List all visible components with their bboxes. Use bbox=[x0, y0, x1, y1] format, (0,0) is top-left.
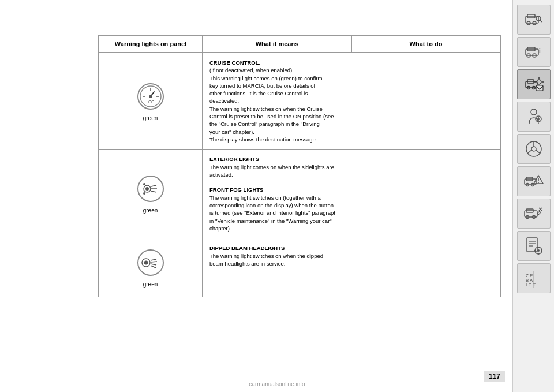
svg-rect-66 bbox=[527, 238, 537, 252]
sidebar-btn-steering[interactable] bbox=[517, 134, 551, 164]
table-header: Warning lights on panel What it means Wh… bbox=[99, 35, 500, 53]
svg-line-52 bbox=[536, 150, 540, 154]
icon-label-3: green bbox=[143, 281, 158, 288]
svg-point-59 bbox=[538, 182, 539, 183]
row1-col2-bold: CRUISE CONTROL. bbox=[209, 59, 260, 66]
svg-point-18 bbox=[144, 261, 148, 265]
icon-cell-1: CC green bbox=[99, 53, 203, 149]
header-col1: Warning lights on panel bbox=[99, 35, 203, 53]
svg-point-14 bbox=[143, 183, 145, 185]
svg-line-11 bbox=[151, 185, 156, 186]
svg-text:I C T: I C T bbox=[526, 282, 536, 288]
row2-fog-text: The warning light switches on (together … bbox=[209, 195, 337, 232]
row3-col2: DIPPED BEAM HEADLIGHTS The warning light… bbox=[203, 238, 351, 297]
sidebar-btn-car-warning[interactable] bbox=[517, 166, 551, 196]
sidebar-btn-alphabet[interactable]: Z E B A I C T bbox=[517, 263, 551, 293]
svg-line-22 bbox=[151, 266, 156, 268]
sidebar-btn-car-info[interactable]: i bbox=[517, 37, 551, 67]
svg-point-71 bbox=[537, 249, 540, 252]
car-info-icon: i bbox=[523, 42, 544, 62]
icon-cell-2: green bbox=[99, 150, 203, 238]
svg-text:CC: CC bbox=[148, 100, 154, 104]
svg-point-44 bbox=[531, 109, 537, 115]
row1-col2-text: (If not deactivated, when enabled) This … bbox=[209, 67, 334, 143]
header-col3: What to do bbox=[351, 35, 500, 53]
sidebar-btn-driver[interactable] bbox=[517, 102, 551, 132]
svg-line-19 bbox=[151, 259, 156, 260]
icon-label-1: green bbox=[143, 115, 158, 121]
svg-line-20 bbox=[151, 262, 157, 262]
row2-exterior-text: The warning light comes on when the side… bbox=[209, 164, 334, 178]
car-warning-icon bbox=[523, 171, 544, 192]
svg-point-49 bbox=[531, 147, 536, 151]
svg-line-51 bbox=[527, 150, 531, 154]
row1-col2: CRUISE CONTROL. (If not deactivated, whe… bbox=[203, 53, 351, 149]
sidebar-btn-warning-light[interactable] bbox=[517, 69, 551, 99]
svg-point-15 bbox=[143, 192, 145, 195]
warning-light-sidebar-icon bbox=[523, 74, 544, 95]
table-row: green EXTERIOR LIGHTS The warning light … bbox=[99, 149, 500, 238]
main-content: Warning lights on panel What it means Wh… bbox=[0, 0, 512, 392]
car-tools-icon bbox=[523, 203, 544, 224]
svg-line-28 bbox=[540, 20, 542, 22]
manual-table: Warning lights on panel What it means Wh… bbox=[98, 35, 501, 297]
row2-fog-bold: FRONT FOG LIGHTS bbox=[209, 186, 263, 193]
car-search-icon bbox=[523, 9, 544, 30]
exterior-lights-icon bbox=[136, 174, 166, 204]
svg-point-10 bbox=[145, 187, 149, 191]
row3-col3 bbox=[351, 238, 500, 297]
alphabet-icon: Z E B A I C T bbox=[523, 268, 544, 289]
page-container: Warning lights on panel What it means Wh… bbox=[0, 0, 554, 392]
svg-line-21 bbox=[151, 264, 156, 265]
right-sidebar: i bbox=[512, 0, 554, 392]
header-col2: What it means bbox=[203, 35, 351, 53]
svg-line-13 bbox=[151, 191, 156, 192]
cruise-control-icon: CC bbox=[136, 81, 166, 111]
table-row: CC green CRUISE CONTROL. (If not deactiv… bbox=[99, 53, 500, 149]
row2-col2: EXTERIOR LIGHTS The warning light comes … bbox=[203, 150, 351, 238]
sidebar-btn-car-search[interactable] bbox=[517, 5, 551, 35]
page-number: 117 bbox=[484, 371, 505, 382]
settings-doc-icon bbox=[523, 236, 544, 256]
sidebar-btn-settings-doc[interactable] bbox=[517, 231, 551, 261]
driver-icon bbox=[523, 106, 544, 127]
row3-col2-bold: DIPPED BEAM HEADLIGHTS bbox=[209, 245, 285, 251]
icon-label-2: green bbox=[143, 207, 158, 214]
row2-col3 bbox=[351, 150, 500, 238]
icon-cell-3: green bbox=[99, 238, 203, 297]
table-row: green DIPPED BEAM HEADLIGHTS The warning… bbox=[99, 238, 500, 297]
row2-exterior-bold: EXTERIOR LIGHTS bbox=[209, 156, 259, 162]
svg-point-6 bbox=[149, 95, 152, 98]
row3-col2-text: The warning light switches on when the d… bbox=[209, 253, 323, 267]
steering-wheel-icon bbox=[523, 139, 544, 159]
dipped-headlights-icon bbox=[136, 248, 166, 278]
row1-col3 bbox=[351, 53, 500, 149]
svg-text:i: i bbox=[539, 48, 541, 54]
sidebar-btn-car-tools[interactable] bbox=[517, 199, 551, 229]
watermark: carmanualsonline.info bbox=[249, 381, 305, 387]
